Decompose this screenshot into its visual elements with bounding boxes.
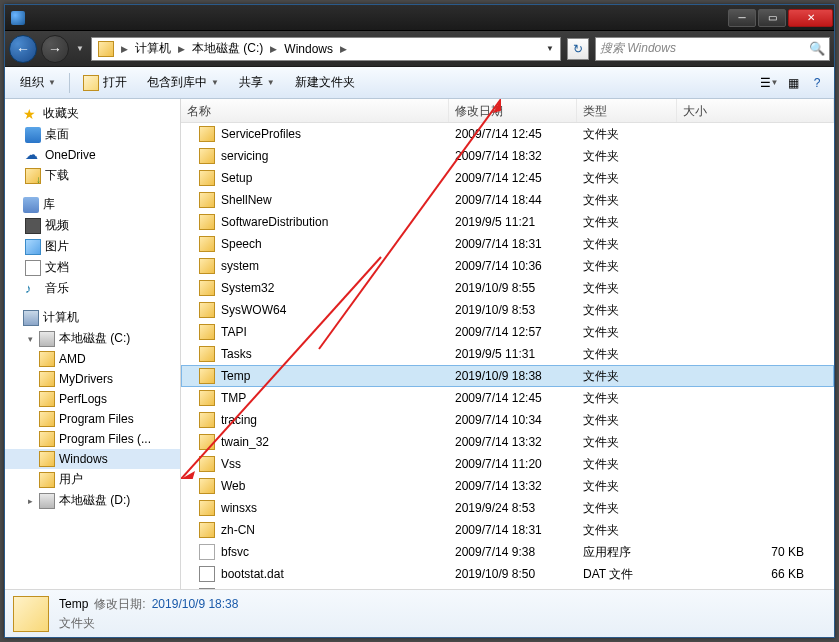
sidebar-item-documents[interactable]: 文档 xyxy=(5,257,180,278)
status-text: Temp 修改日期: 2019/10/9 18:38 文件夹 xyxy=(59,596,238,632)
file-row[interactable]: TAPI2009/7/14 12:57文件夹 xyxy=(181,321,834,343)
navigation-pane[interactable]: ★ 收藏夹 桌面 ☁OneDrive 下载 库 视频 图片 文档 ♪音乐 xyxy=(5,99,181,589)
favorites-label: 收藏夹 xyxy=(43,105,79,122)
folder-icon xyxy=(199,412,215,428)
file-type: 文件夹 xyxy=(577,280,677,297)
file-type: 应用程序 xyxy=(577,544,677,561)
file-row[interactable]: winsxs2019/9/24 8:53文件夹 xyxy=(181,497,834,519)
sidebar-item-folder[interactable]: Windows xyxy=(5,449,180,469)
sidebar-item-folder[interactable]: AMD xyxy=(5,349,180,369)
sidebar-item-folder[interactable]: PerfLogs xyxy=(5,389,180,409)
breadcrumb-folder[interactable]: Windows xyxy=(280,42,337,56)
sidebar-item-folder[interactable]: 用户 xyxy=(5,469,180,490)
sidebar-item-drive-d[interactable]: ▸本地磁盘 (D:) xyxy=(5,490,180,511)
file-row[interactable]: ServiceProfiles2009/7/14 12:45文件夹 xyxy=(181,123,834,145)
computer-header[interactable]: 计算机 xyxy=(5,307,180,328)
file-date: 2009/7/14 12:45 xyxy=(449,171,577,185)
share-button[interactable]: 共享 ▼ xyxy=(230,69,284,96)
file-row[interactable]: Web2009/7/14 13:32文件夹 xyxy=(181,475,834,497)
column-type[interactable]: 类型 xyxy=(577,99,677,122)
picture-icon xyxy=(25,239,41,255)
sidebar-item-downloads[interactable]: 下载 xyxy=(5,165,180,186)
sidebar-item-videos[interactable]: 视频 xyxy=(5,215,180,236)
favorites-header[interactable]: ★ 收藏夹 xyxy=(5,103,180,124)
file-name: Web xyxy=(221,479,245,493)
file-row[interactable]: ShellNew2009/7/14 18:44文件夹 xyxy=(181,189,834,211)
chevron-right-icon[interactable]: ▶ xyxy=(337,44,350,54)
search-box[interactable]: 搜索 Windows 🔍 xyxy=(595,37,830,61)
toolbar: 组织 ▼ 打开 包含到库中 ▼ 共享 ▼ 新建文件夹 ☰▼ ▦ ? xyxy=(5,67,834,99)
file-row[interactable]: DirectX2019/9/5 11:14文本文档10 KB xyxy=(181,585,834,589)
status-bar: Temp 修改日期: 2019/10/9 18:38 文件夹 xyxy=(5,589,834,637)
sidebar-item-onedrive[interactable]: ☁OneDrive xyxy=(5,145,180,165)
folder-icon xyxy=(199,280,215,296)
new-folder-button[interactable]: 新建文件夹 xyxy=(286,69,364,96)
refresh-button[interactable]: ↻ xyxy=(567,38,589,60)
folder-icon xyxy=(39,431,55,447)
file-date: 2009/7/14 9:38 xyxy=(449,545,577,559)
sidebar-item-desktop[interactable]: 桌面 xyxy=(5,124,180,145)
chevron-right-icon[interactable]: ▶ xyxy=(175,44,188,54)
file-name: SysWOW64 xyxy=(221,303,286,317)
column-date[interactable]: 修改日期 xyxy=(449,99,577,122)
help-button[interactable]: ? xyxy=(806,72,828,94)
back-button[interactable]: ← xyxy=(9,35,37,63)
chevron-right-icon[interactable]: ▶ xyxy=(118,44,131,54)
file-date: 2009/7/14 18:32 xyxy=(449,149,577,163)
libraries-header[interactable]: 库 xyxy=(5,194,180,215)
file-row[interactable]: Tasks2019/9/5 11:31文件夹 xyxy=(181,343,834,365)
minimize-button[interactable]: ─ xyxy=(728,9,756,27)
sidebar-item-folder[interactable]: Program Files (... xyxy=(5,429,180,449)
file-type: 文件夹 xyxy=(577,478,677,495)
file-row[interactable]: Speech2009/7/14 18:31文件夹 xyxy=(181,233,834,255)
address-bar[interactable]: ▶ 计算机 ▶ 本地磁盘 (C:) ▶ Windows ▶ ▼ xyxy=(91,37,561,61)
file-row[interactable]: Setup2009/7/14 12:45文件夹 xyxy=(181,167,834,189)
file-row[interactable]: SysWOW642019/10/9 8:53文件夹 xyxy=(181,299,834,321)
file-row[interactable]: Vss2009/7/14 11:20文件夹 xyxy=(181,453,834,475)
file-row[interactable]: SoftwareDistribution2019/9/5 11:21文件夹 xyxy=(181,211,834,233)
file-row[interactable]: zh-CN2009/7/14 18:31文件夹 xyxy=(181,519,834,541)
share-label: 共享 xyxy=(239,74,263,91)
favorites-group: ★ 收藏夹 桌面 ☁OneDrive 下载 xyxy=(5,103,180,186)
folder-icon xyxy=(199,522,215,538)
sidebar-item-music[interactable]: ♪音乐 xyxy=(5,278,180,299)
file-row[interactable]: twain_322009/7/14 13:32文件夹 xyxy=(181,431,834,453)
chevron-right-icon[interactable]: ▶ xyxy=(267,44,280,54)
organize-button[interactable]: 组织 ▼ xyxy=(11,69,65,96)
breadcrumb-drive[interactable]: 本地磁盘 (C:) xyxy=(188,40,267,57)
sidebar-item-folder[interactable]: Program Files xyxy=(5,409,180,429)
file-name: bootstat.dat xyxy=(221,567,284,581)
sidebar-item-drive-c[interactable]: ▾本地磁盘 (C:) xyxy=(5,328,180,349)
folder-icon xyxy=(199,170,215,186)
sidebar-item-pictures[interactable]: 图片 xyxy=(5,236,180,257)
file-row[interactable]: servicing2009/7/14 18:32文件夹 xyxy=(181,145,834,167)
file-row[interactable]: bootstat.dat2019/10/9 8:50DAT 文件66 KB xyxy=(181,563,834,585)
close-button[interactable]: ✕ xyxy=(788,9,833,27)
collapse-icon: ▾ xyxy=(25,334,35,344)
column-name[interactable]: 名称 xyxy=(181,99,449,122)
open-icon xyxy=(83,75,99,91)
file-row[interactable]: Temp2019/10/9 18:38文件夹 xyxy=(181,365,834,387)
address-dropdown[interactable]: ▼ xyxy=(542,44,558,53)
maximize-button[interactable]: ▭ xyxy=(758,9,786,27)
file-row[interactable]: system2009/7/14 10:36文件夹 xyxy=(181,255,834,277)
file-type: 文件夹 xyxy=(577,456,677,473)
include-in-library-button[interactable]: 包含到库中 ▼ xyxy=(138,69,228,96)
file-date: 2019/10/9 8:53 xyxy=(449,303,577,317)
file-name: servicing xyxy=(221,149,268,163)
folder-icon xyxy=(39,371,55,387)
sidebar-item-folder[interactable]: MyDrivers xyxy=(5,369,180,389)
column-size[interactable]: 大小 xyxy=(677,99,834,122)
breadcrumb-computer[interactable]: 计算机 xyxy=(131,40,175,57)
file-row[interactable]: bfsvc2009/7/14 9:38应用程序70 KB xyxy=(181,541,834,563)
open-button[interactable]: 打开 xyxy=(74,69,136,96)
file-row[interactable]: tracing2009/7/14 10:34文件夹 xyxy=(181,409,834,431)
forward-button[interactable]: → xyxy=(41,35,69,63)
file-row[interactable]: System322019/10/9 8:55文件夹 xyxy=(181,277,834,299)
file-row[interactable]: TMP2009/7/14 12:45文件夹 xyxy=(181,387,834,409)
file-list[interactable]: ServiceProfiles2009/7/14 12:45文件夹servici… xyxy=(181,123,834,589)
drive-icon xyxy=(39,331,55,347)
preview-pane-button[interactable]: ▦ xyxy=(782,72,804,94)
history-dropdown[interactable]: ▼ xyxy=(73,40,87,58)
view-options-button[interactable]: ☰▼ xyxy=(758,72,780,94)
